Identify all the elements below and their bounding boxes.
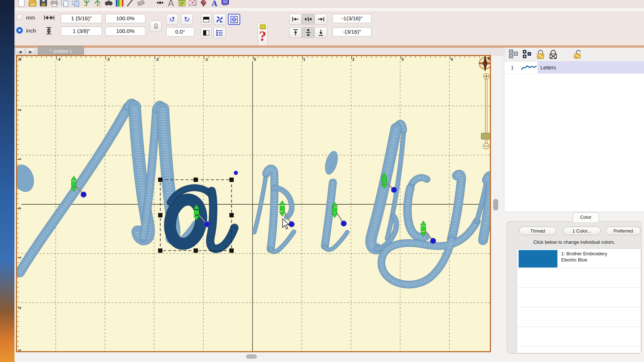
unit-inch-radio[interactable]	[16, 27, 23, 34]
expand-groups-icon[interactable]	[509, 49, 519, 59]
color-count-button[interactable]: 1 Color...	[563, 227, 601, 235]
thread-name-line1: 1: Brother Embroidery	[561, 251, 607, 256]
copy-icon[interactable]	[61, 0, 69, 7]
align-left-button[interactable]	[289, 14, 302, 25]
align-right-button[interactable]	[314, 14, 327, 25]
fit-design-button[interactable]	[213, 14, 226, 25]
align-center-v-button[interactable]	[302, 27, 314, 38]
monitor-icon[interactable]	[221, 0, 230, 7]
tab-back-button[interactable]: ◀	[15, 48, 25, 55]
document-tab[interactable]: * untitled 1	[38, 46, 84, 56]
save-icon[interactable]	[39, 0, 48, 7]
thread-color-row-empty[interactable]	[517, 307, 641, 327]
stitch-view-top-button[interactable]	[201, 14, 212, 25]
height-field[interactable]: 1 (3/8)"	[61, 26, 102, 36]
split-stitch-icon[interactable]	[82, 0, 91, 7]
thread-button[interactable]: Thread	[519, 227, 556, 235]
color-tab[interactable]: Color	[573, 212, 599, 222]
selected-letter-a[interactable]	[166, 188, 234, 249]
ruler-label: -2	[18, 307, 22, 310]
lock-open-icon[interactable]	[573, 49, 583, 59]
binoculars-icon[interactable]	[104, 0, 113, 7]
selection-handle[interactable]	[229, 248, 234, 253]
preferred-button[interactable]: Preferred	[606, 227, 641, 235]
canvas-grid	[21, 61, 490, 351]
ruler-label: 0	[254, 58, 256, 61]
anchor-node[interactable]	[81, 192, 86, 197]
selection-handle[interactable]	[158, 213, 162, 217]
help-button[interactable]: ?	[258, 23, 268, 48]
measure-icon[interactable]	[167, 0, 175, 7]
align-bottom-icon	[318, 29, 323, 36]
lock-closed-icon[interactable]	[535, 49, 546, 59]
ruler-label: 1	[18, 158, 22, 160]
align-bottom-button[interactable]	[314, 27, 327, 38]
unit-mm-radio[interactable]	[16, 14, 23, 21]
thread-colors-icon[interactable]	[115, 0, 124, 7]
design-canvas[interactable]: N N -4 -3 -2 -1 0 1 2 3 4 2 1 0 -1 -2 -3	[16, 55, 491, 352]
anchor-node[interactable]	[289, 222, 295, 227]
ruler-label: -3	[18, 349, 22, 352]
thread-color-row[interactable]: 1: Brother Embroidery Electric Blue	[517, 249, 641, 268]
lock-crossed-icon[interactable]	[548, 49, 558, 59]
unit-inch-label: inch	[26, 27, 36, 34]
new-file-icon[interactable]	[17, 0, 26, 7]
selection-handle[interactable]	[194, 248, 198, 253]
print-icon[interactable]	[50, 0, 59, 7]
merge-stitch-icon[interactable]	[93, 0, 102, 7]
rotate-right-button[interactable]: ↻	[181, 14, 193, 25]
spread-icon[interactable]	[156, 0, 165, 7]
selection-handle[interactable]	[158, 178, 162, 182]
center-hoop-icon	[230, 16, 238, 23]
eraser-icon[interactable]	[137, 0, 145, 7]
rotate-left-button[interactable]: ↺	[166, 14, 178, 25]
horizontal-scrollbar[interactable]	[246, 354, 257, 359]
width-scale-field[interactable]: 100.0%	[105, 14, 145, 23]
question-mark-icon: ?	[259, 29, 266, 43]
stitch-list-button[interactable]	[213, 27, 226, 38]
ruler-label: -1	[205, 58, 208, 61]
selection-handle[interactable]	[229, 213, 234, 217]
spacing-marker[interactable]	[332, 202, 347, 226]
toolbar-divider	[14, 8, 644, 11]
anchor-node[interactable]	[391, 187, 397, 193]
selection-handle[interactable]	[158, 248, 162, 253]
lettering-icon[interactable]: A	[210, 0, 219, 7]
pen-icon[interactable]	[126, 0, 135, 7]
height-arrows-icon	[46, 27, 52, 35]
paste-icon[interactable]	[72, 0, 80, 7]
anchor-node[interactable]	[431, 238, 436, 244]
width-field[interactable]: 1 (5/16)"	[61, 14, 102, 23]
offset-y-field[interactable]: -(3/16)"	[332, 27, 372, 37]
rotate-left-icon: ↺	[169, 16, 175, 23]
zoom-slider[interactable]	[481, 73, 490, 149]
rotate-right-icon: ↻	[184, 16, 190, 23]
align-top-button[interactable]	[289, 27, 302, 38]
anchor-node[interactable]	[341, 221, 347, 226]
anchor-node[interactable]	[204, 222, 210, 227]
height-scale-field[interactable]: 100.0%	[105, 26, 145, 36]
zoom-slider-thumb[interactable]	[481, 133, 490, 139]
center-design-button[interactable]	[228, 14, 240, 25]
thread-color-row-empty[interactable]	[517, 268, 641, 288]
stamp-icon[interactable]	[199, 0, 208, 7]
vertical-scrollbar[interactable]	[493, 199, 498, 210]
thread-color-row-empty[interactable]	[517, 288, 641, 307]
stitched-word-marilyn[interactable]	[17, 102, 490, 285]
thread-color-row-empty[interactable]	[517, 327, 641, 346]
design-window-icon[interactable]	[188, 0, 197, 7]
stitch-view-side-button[interactable]	[201, 27, 212, 38]
ruler-label: -3	[106, 58, 110, 61]
selection-handle[interactable]	[229, 178, 234, 182]
align-center-h-button[interactable]	[302, 14, 314, 25]
tab-forward-button[interactable]: ▶	[26, 48, 35, 55]
selection-handle[interactable]	[194, 178, 198, 182]
collapse-groups-icon[interactable]	[522, 49, 532, 59]
open-folder-icon[interactable]	[28, 0, 37, 7]
offset-x-field[interactable]: -1(3/16)"	[332, 14, 372, 23]
notes-icon[interactable]	[178, 0, 186, 7]
origin-node[interactable]	[234, 171, 238, 175]
aspect-lock-button[interactable]	[150, 21, 162, 32]
rotation-field[interactable]: 0.0°	[166, 27, 194, 37]
object-row-letters[interactable]: 1 Letters	[504, 61, 644, 74]
